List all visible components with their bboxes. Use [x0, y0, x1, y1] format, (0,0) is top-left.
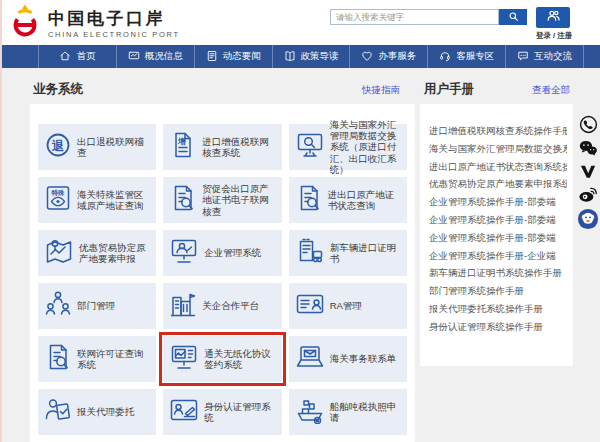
news-doc-icon	[206, 50, 218, 64]
vat-doc-icon: 增	[169, 131, 197, 163]
nav-item-label: 首页	[76, 50, 95, 63]
login-area: 登录 / 注册	[536, 7, 570, 41]
tile-label: 船舶吨税执照申请	[330, 401, 403, 423]
map-pin-icon	[44, 237, 74, 269]
user-manual-title: 用户手册	[424, 81, 474, 98]
monitor-person-icon	[169, 237, 199, 269]
phone-circle-icon[interactable]	[579, 115, 598, 134]
tax-refund-icon: 退	[44, 131, 72, 163]
logo-subtitle: CHINA ELECTRONIC PORT	[48, 30, 180, 39]
manual-link[interactable]: 新车辆进口证明书系统操作手册	[429, 267, 567, 278]
nav-item-interaction[interactable]: 互动交流	[505, 45, 584, 68]
support-headset-icon	[439, 50, 451, 64]
manual-link[interactable]: 部门管理系统操作手册	[429, 285, 567, 296]
tile-label: 海关与国家外汇管理局数据交换系统（原进口付汇、出口收汇系统）	[330, 119, 403, 175]
tile-label: 海关特殊监管区域原产地证查询	[77, 189, 152, 211]
doc-search-icon	[169, 184, 197, 216]
special-supervision-icon: 特殊	[44, 184, 72, 216]
tile-label: 企业管理系统	[204, 247, 261, 258]
manual-link[interactable]: 企业管理系统操作手册-部委端	[429, 214, 567, 225]
tile-label: 新车辆进口证明书	[330, 242, 403, 264]
tile-import-vat-check[interactable]: 增进口增值税联网核查系统	[163, 124, 281, 170]
tile-label: 进口增值税联网核查系统	[202, 136, 277, 158]
tile-label: 报关代理委托	[77, 406, 134, 417]
nav-item-news[interactable]: 动态要闻	[194, 45, 272, 68]
tile-ra-management[interactable]: RA管理	[289, 283, 407, 329]
card-signature-icon	[169, 397, 199, 427]
nav-item-policy-guide[interactable]: 政策导读	[272, 45, 350, 68]
nav-item-label: 互动交流	[534, 50, 572, 63]
search-input[interactable]	[330, 9, 499, 25]
org-chart-icon	[44, 290, 72, 322]
v-app-icon[interactable]	[579, 162, 597, 180]
nav-item-label: 客服专区	[456, 50, 494, 63]
manual-link[interactable]: 海关与国家外汇管理局数据交换系	[429, 143, 567, 154]
tile-special-zone-origin-cert[interactable]: 特殊海关特殊监管区域原产地证查询	[38, 177, 156, 223]
manual-link[interactable]: 优惠贸易协定原产地要素申报系统	[429, 178, 567, 189]
nav-item-label: 动态要闻	[223, 50, 261, 63]
nav-item-services[interactable]: 办事服务	[349, 45, 427, 68]
manual-link[interactable]: 报关代理委托系统操作手册	[429, 303, 567, 314]
tile-label: 关企合作平台	[202, 300, 259, 311]
quick-guide-link[interactable]: 快捷指南	[362, 84, 400, 97]
doc-search-icon	[295, 184, 323, 216]
business-systems-panel: 退出口退税联网稽查增进口增值税联网核查系统海关与国家外汇管理局数据交换系统（原进…	[30, 104, 415, 442]
manual-link[interactable]: 进出口原产地证书状态查询系统操	[429, 161, 567, 172]
wechat-icon[interactable]	[578, 139, 598, 157]
monitor-search-icon	[295, 131, 325, 163]
china-electronic-port-page: 中国电子口岸 CHINA ELECTRONIC PORT	[0, 0, 600, 442]
view-all-link[interactable]: 查看全部	[532, 84, 570, 97]
tile-department-management[interactable]: 部门管理	[38, 283, 156, 329]
manual-link[interactable]: 企业管理系统操作手册-企业端	[429, 250, 567, 261]
tile-export-tax-refund[interactable]: 退出口退税联网稽查	[38, 124, 156, 170]
search-button[interactable]	[499, 9, 527, 25]
tile-customs-affairs-contact[interactable]: 海关事务联系单	[289, 336, 407, 382]
policy-book-icon	[284, 50, 296, 64]
manual-link[interactable]: 身份认证管理系统操作手册	[429, 321, 567, 332]
header: 中国电子口岸 CHINA ELECTRONIC PORT	[0, 0, 600, 45]
tile-label: 优惠贸易协定原产地要素申报	[79, 242, 152, 264]
business-systems-title: 业务系统	[33, 81, 83, 98]
service-avatar-icon[interactable]	[577, 208, 599, 230]
weibo-icon[interactable]	[578, 185, 598, 203]
tile-label: 贸促会出口原产地证书电子联网核查	[202, 183, 277, 217]
tile-enterprise-management[interactable]: 企业管理系统	[163, 230, 281, 276]
user-manual-panel: 进口增值税联网核查系统操作手册海关与国家外汇管理局数据交换系进出口原产地证书状态…	[420, 104, 573, 366]
manual-link[interactable]: 企业管理系统操作手册-部委端	[429, 196, 567, 207]
window-edge	[0, 0, 2, 442]
doc-search-icon	[44, 343, 72, 375]
tile-paperless-agreement-signing[interactable]: 通关无纸化协议签约系统	[163, 336, 281, 382]
tile-network-license-query[interactable]: 联网许可证查询系统	[38, 336, 156, 382]
tile-trade-agreement-origin-declare[interactable]: 优惠贸易协定原产地要素申报	[38, 230, 156, 276]
main-nav: 首页概况信息动态要闻政策导读办事服务客服专区互动交流	[0, 45, 600, 68]
login-register-label[interactable]: 登录 / 注册	[536, 31, 570, 41]
login-button[interactable]	[536, 7, 570, 28]
tile-label: 海关事务联系单	[330, 353, 397, 364]
tile-label: RA管理	[330, 300, 362, 311]
manual-link[interactable]: 企业管理系统操作手册-部委端	[429, 232, 567, 243]
services-heart-icon	[361, 50, 373, 64]
interaction-chat-icon	[517, 50, 529, 64]
tile-new-vehicle-import-cert[interactable]: 新车辆进口证明书	[289, 230, 407, 276]
nav-item-label: 政策导读	[301, 50, 339, 63]
nav-item-overview-info[interactable]: 概况信息	[116, 45, 194, 68]
search-icon	[508, 10, 519, 25]
tile-customs-enterprise-platform[interactable]: 关企合作平台	[163, 283, 281, 329]
nav-item-customer-service[interactable]: 客服专区	[427, 45, 505, 68]
tile-forex-data-exchange[interactable]: 海关与国家外汇管理局数据交换系统（原进口付汇、出口收汇系统）	[289, 124, 407, 170]
manual-link[interactable]: 进口增值税联网核查系统操作手册	[429, 125, 567, 136]
svg-text:增: 增	[177, 137, 186, 146]
nav-item-home[interactable]: 首页	[38, 45, 116, 68]
tile-origin-cert-status[interactable]: 进出口原产地证书状态查询	[289, 177, 407, 223]
tile-identity-auth-management[interactable]: 身份认证管理系统	[163, 389, 281, 435]
tile-customs-agency-entrust[interactable]: 报关代理委托	[38, 389, 156, 435]
logo[interactable]: 中国电子口岸 CHINA ELECTRONIC PORT	[9, 3, 180, 44]
tile-ccpit-origin-cert-check[interactable]: 贸促会出口原产地证书电子联网核查	[163, 177, 281, 223]
tile-label: 进出口原产地证书状态查询	[328, 189, 403, 211]
logo-title: 中国电子口岸	[48, 9, 180, 29]
business-section-header: 业务系统 快捷指南	[33, 81, 400, 98]
overview-monitor-icon	[128, 50, 140, 64]
svg-text:退: 退	[51, 139, 65, 153]
tile-ship-tonnage-license[interactable]: 船舶吨税执照申请	[289, 389, 407, 435]
user-group-icon	[546, 8, 561, 27]
